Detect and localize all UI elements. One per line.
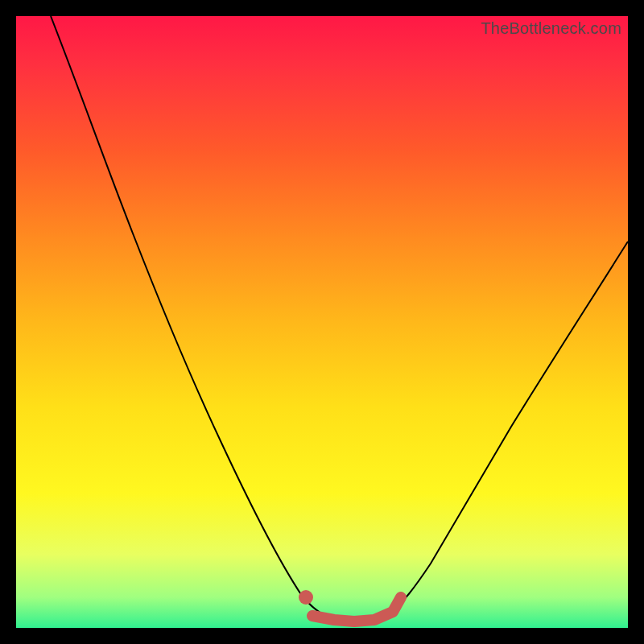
- curve-path: [51, 16, 628, 621]
- optimal-range-marker: [312, 597, 401, 621]
- optimal-start-dot: [299, 590, 313, 605]
- plot-area: TheBottleneck.com: [16, 16, 628, 628]
- bottleneck-curve-svg: [16, 16, 628, 628]
- chart-frame: TheBottleneck.com: [0, 0, 644, 644]
